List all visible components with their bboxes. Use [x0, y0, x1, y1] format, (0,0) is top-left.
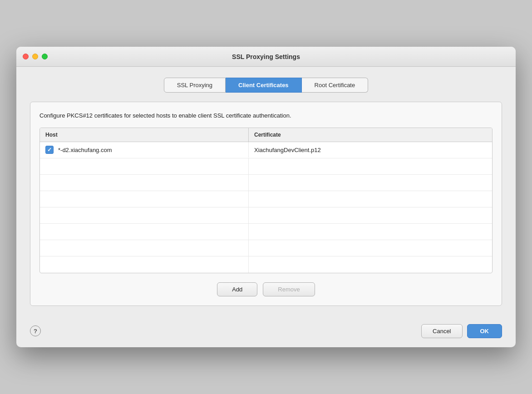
- remove-button: Remove: [263, 282, 315, 296]
- window-controls: [23, 54, 48, 59]
- help-button[interactable]: ?: [30, 325, 41, 336]
- empty-row-2: [40, 175, 492, 191]
- certificates-table: Host Certificate ✓ *-d2.xiachufang.com X…: [39, 128, 493, 273]
- tab-client-certificates[interactable]: Client Certificates: [226, 78, 302, 93]
- footer-action-buttons: Cancel OK: [421, 324, 502, 338]
- ok-button[interactable]: OK: [467, 324, 502, 338]
- table-header: Host Certificate: [40, 128, 492, 142]
- window-title: SSL Proxying Settings: [232, 53, 300, 60]
- empty-row-3: [40, 191, 492, 207]
- main-window: SSL Proxying Settings SSL Proxying Clien…: [16, 47, 516, 347]
- tab-ssl-proxying[interactable]: SSL Proxying: [164, 78, 226, 93]
- table-row[interactable]: ✓ *-d2.xiachufang.com XiachufangDevClien…: [40, 142, 492, 158]
- tab-bar: SSL Proxying Client Certificates Root Ce…: [30, 78, 502, 93]
- host-value: *-d2.xiachufang.com: [58, 147, 112, 153]
- column-header-host: Host: [40, 128, 249, 142]
- close-button[interactable]: [23, 54, 29, 59]
- empty-row-1: [40, 158, 492, 175]
- settings-panel: Configure PKCS#12 certificates for selec…: [30, 102, 502, 306]
- titlebar: SSL Proxying Settings: [16, 47, 516, 67]
- minimize-button[interactable]: [32, 54, 38, 59]
- checkmark-icon: ✓: [47, 147, 52, 153]
- tab-root-certificate[interactable]: Root Certificate: [302, 78, 369, 93]
- empty-row-5: [40, 224, 492, 240]
- add-remove-buttons: Add Remove: [39, 282, 493, 296]
- empty-row-6: [40, 240, 492, 256]
- column-header-certificate: Certificate: [249, 128, 492, 142]
- cancel-button[interactable]: Cancel: [421, 324, 462, 338]
- empty-row-4: [40, 207, 492, 224]
- add-button[interactable]: Add: [217, 282, 257, 296]
- maximize-button[interactable]: [42, 54, 48, 59]
- panel-description: Configure PKCS#12 certificates for selec…: [39, 111, 493, 120]
- row-certificate-cell: XiachufangDevClient.p12: [249, 143, 492, 157]
- content-area: SSL Proxying Client Certificates Root Ce…: [16, 67, 516, 317]
- empty-row-7: [40, 256, 492, 273]
- row-host-cell: ✓ *-d2.xiachufang.com: [40, 142, 249, 158]
- row-checkbox[interactable]: ✓: [45, 146, 54, 154]
- footer: ? Cancel OK: [16, 317, 516, 347]
